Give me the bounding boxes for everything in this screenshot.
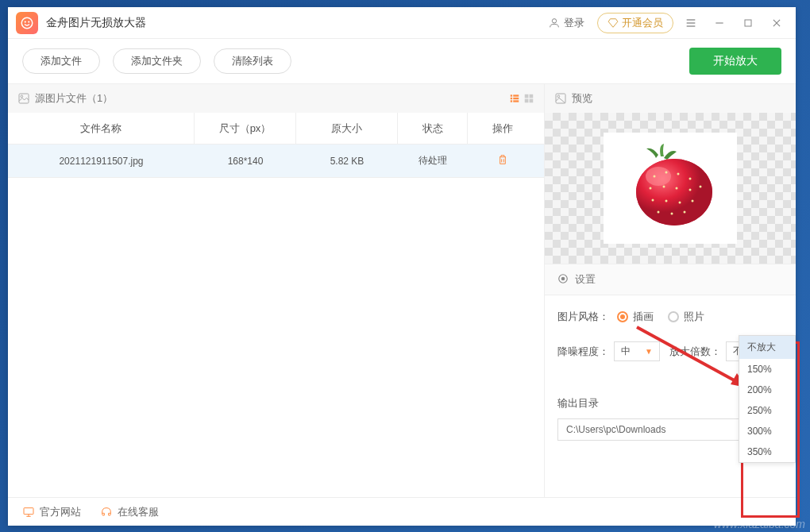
source-files-header: 源图片文件（1）: [8, 84, 544, 113]
svg-rect-46: [24, 507, 33, 514]
scale-option[interactable]: 250%: [739, 400, 795, 421]
scale-label: 放大倍数：: [669, 345, 721, 359]
style-illustration-radio[interactable]: 插画: [617, 310, 654, 324]
minimize-button[interactable]: [708, 12, 731, 34]
scale-option[interactable]: 200%: [739, 380, 795, 400]
svg-point-35: [689, 189, 692, 191]
delete-button[interactable]: [496, 153, 509, 168]
svg-point-24: [557, 95, 560, 98]
svg-rect-22: [530, 99, 534, 103]
svg-point-40: [692, 200, 694, 202]
maximize-button[interactable]: [737, 12, 759, 34]
menu-button[interactable]: [680, 12, 702, 34]
trash-icon: [496, 153, 509, 166]
user-icon: [548, 17, 561, 29]
svg-point-12: [21, 95, 23, 98]
maximize-icon: [743, 18, 753, 28]
svg-point-45: [561, 276, 565, 280]
vip-button[interactable]: 开通会员: [597, 13, 673, 33]
add-file-button[interactable]: 添加文件: [22, 48, 100, 74]
settings-body: 图片风格： 插画 照片 降噪程度：: [545, 295, 796, 455]
image-icon: [17, 92, 30, 105]
col-header-action: 操作: [468, 113, 538, 144]
titlebar: 金舟图片无损放大器 登录 开通会员: [8, 7, 796, 39]
app-logo-icon: [16, 12, 38, 34]
menu-icon: [685, 17, 697, 29]
statusbar: 官方网站 在线客服: [8, 497, 796, 526]
scale-option[interactable]: 300%: [739, 421, 795, 441]
grid-view-icon[interactable]: [523, 93, 534, 104]
svg-rect-17: [511, 100, 512, 102]
svg-point-42: [671, 213, 673, 215]
svg-point-32: [650, 187, 652, 190]
svg-rect-20: [530, 94, 534, 98]
right-panel: 预览 设置: [545, 84, 796, 497]
minimize-icon: [714, 17, 725, 29]
style-photo-radio[interactable]: 照片: [668, 310, 704, 324]
style-label: 图片风格：: [557, 310, 609, 324]
cell-name: 2021121911507.jpg: [8, 145, 195, 177]
app-window: 金舟图片无损放大器 登录 开通会员 添加文件: [8, 7, 796, 526]
scale-option[interactable]: 350%: [739, 441, 795, 462]
radio-checked-icon: [617, 311, 628, 322]
svg-point-36: [700, 186, 702, 188]
list-view-icon[interactable]: [509, 93, 520, 104]
scale-option[interactable]: 150%: [739, 359, 795, 380]
svg-point-27: [646, 167, 671, 186]
svg-point-28: [654, 175, 656, 178]
svg-rect-18: [513, 100, 519, 102]
clear-list-button[interactable]: 清除列表: [214, 48, 291, 74]
svg-point-30: [677, 173, 680, 175]
col-header-size: 尺寸（px）: [195, 113, 296, 144]
svg-point-43: [684, 211, 686, 214]
svg-point-39: [679, 202, 681, 204]
close-button[interactable]: [766, 12, 788, 34]
scale-option[interactable]: 不放大: [739, 336, 795, 359]
svg-point-0: [21, 17, 33, 29]
cell-size: 168*140: [195, 145, 296, 177]
svg-point-3: [552, 18, 556, 22]
preview-image: [604, 133, 737, 244]
settings-radio-icon: [557, 273, 569, 287]
scale-dropdown: 不放大 150% 200% 250% 300% 350%: [739, 335, 796, 463]
start-button[interactable]: 开始放大: [689, 48, 781, 75]
login-button[interactable]: 登录: [542, 13, 591, 33]
preview-icon: [554, 92, 567, 105]
support-link[interactable]: 在线客服: [100, 505, 159, 519]
svg-point-29: [665, 172, 668, 174]
radio-unchecked-icon: [668, 311, 679, 322]
cell-action: [468, 145, 538, 177]
noise-select[interactable]: 中 ▼: [614, 341, 660, 361]
preview-header: 预览: [545, 84, 796, 113]
cell-status: 待处理: [398, 145, 468, 177]
watermark: www.xiazaiba.com: [709, 516, 810, 532]
table-row[interactable]: 2021121911507.jpg 168*140 5.82 KB 待处理: [8, 145, 544, 178]
col-header-name: 文件名称: [8, 113, 195, 144]
preview-area: [545, 113, 796, 264]
style-row: 图片风格： 插画 照片: [557, 310, 783, 324]
svg-point-1: [25, 21, 26, 22]
app-title: 金舟图片无损放大器: [46, 16, 542, 30]
svg-rect-15: [511, 98, 512, 99]
website-link[interactable]: 官方网站: [22, 505, 81, 519]
toolbar: 添加文件 添加文件夹 清除列表 开始放大: [8, 39, 796, 83]
add-folder-button[interactable]: 添加文件夹: [113, 48, 201, 74]
monitor-icon: [22, 506, 35, 519]
svg-point-38: [665, 200, 668, 202]
svg-rect-19: [525, 94, 529, 98]
svg-rect-8: [745, 20, 751, 26]
view-toggle[interactable]: [509, 93, 534, 104]
svg-point-37: [652, 199, 654, 202]
close-icon: [771, 17, 782, 29]
svg-rect-16: [513, 98, 519, 99]
svg-rect-21: [525, 99, 529, 103]
cell-orig: 5.82 KB: [296, 145, 398, 177]
settings-header: 设置: [545, 264, 796, 295]
title-actions: 登录 开通会员: [542, 12, 788, 34]
col-header-status: 状态: [398, 113, 468, 144]
chevron-down-icon: ▼: [645, 347, 653, 356]
noise-label: 降噪程度：: [557, 345, 609, 359]
svg-point-31: [689, 178, 692, 180]
headset-icon: [100, 506, 113, 519]
main-area: 源图片文件（1） 文件名称 尺寸（px） 原大小 状态 操作 202112191…: [8, 83, 796, 497]
